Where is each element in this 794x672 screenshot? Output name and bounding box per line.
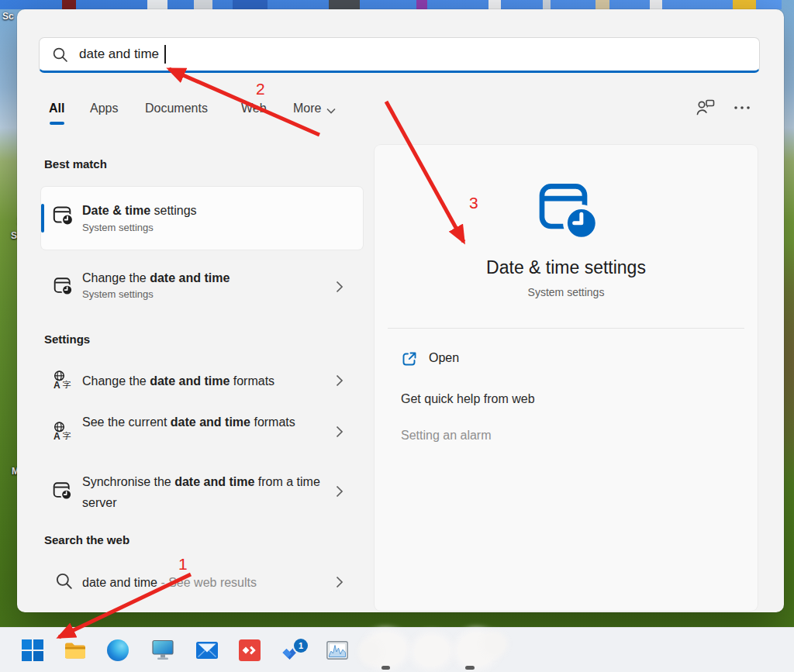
active-tab-underline <box>50 122 64 125</box>
result-title: Date & time settings <box>82 200 197 221</box>
language-formats-icon: A 字 <box>53 421 73 441</box>
chevron-right-icon <box>336 485 343 498</box>
result-title: Synchronise the date and time from a tim… <box>82 471 330 513</box>
web-query: date and time <box>82 576 157 589</box>
result-title-pre: Change the <box>82 271 150 284</box>
section-header-search-web: Search the web <box>44 533 129 546</box>
result-title-bold: Date & time <box>82 204 150 217</box>
taskbar: 1 <box>0 627 794 672</box>
section-header-best-match: Best match <box>44 157 107 171</box>
notification-badge: 1 <box>294 639 308 653</box>
desktop-icon-label: Sc <box>2 11 14 22</box>
chevron-right-icon <box>336 374 343 387</box>
annotation-number-3: 3 <box>469 194 478 212</box>
running-indicator <box>465 666 475 670</box>
svg-text:字: 字 <box>63 380 71 389</box>
search-icon <box>55 572 73 590</box>
date-time-settings-icon-large <box>538 180 600 242</box>
quick-help-link[interactable]: Get quick help from web <box>401 392 535 406</box>
open-external-icon <box>401 350 418 367</box>
result-title: Change the date and time formats <box>82 370 274 391</box>
section-header-settings: Settings <box>44 333 90 346</box>
search-icon <box>52 47 68 63</box>
result-title-rest: formats <box>230 374 274 388</box>
remote-desktop-app-icon[interactable] <box>239 639 261 661</box>
result-title-pre: Change the <box>82 374 150 388</box>
web-note: - See web results <box>161 576 257 589</box>
result-title-bold: date and time <box>174 475 254 488</box>
tab-documents[interactable]: Documents <box>145 102 208 115</box>
selection-accent-bar <box>41 204 44 233</box>
result-title-rest: settings <box>150 204 197 217</box>
suggestion-setting-alarm[interactable]: Setting an alarm <box>401 429 492 443</box>
tab-apps[interactable]: Apps <box>90 102 118 115</box>
result-title-rest: formats <box>250 415 295 429</box>
result-title-bold: date and time <box>150 271 230 284</box>
result-title: Change the date and time <box>82 267 230 288</box>
chevron-right-icon <box>336 281 343 293</box>
result-subtitle: System settings <box>82 222 154 233</box>
svg-text:字: 字 <box>63 431 71 440</box>
svg-text:A: A <box>54 431 60 441</box>
running-indicator <box>381 666 390 670</box>
mail-app-icon[interactable] <box>196 639 218 661</box>
performance-monitor-icon[interactable] <box>326 641 348 660</box>
chevron-right-icon <box>336 426 343 438</box>
annotation-number-1: 1 <box>178 555 188 574</box>
svg-text:A: A <box>54 380 60 390</box>
result-title: date and time - See web results <box>82 572 257 593</box>
annotation-number-2: 2 <box>256 80 265 98</box>
date-time-settings-icon <box>54 276 74 296</box>
edge-browser-icon[interactable] <box>107 639 129 661</box>
result-title-pre: Synchronise the <box>82 475 174 488</box>
divider <box>388 328 744 329</box>
date-time-settings-icon <box>53 205 74 226</box>
file-explorer-icon[interactable] <box>64 639 86 661</box>
display-settings-icon[interactable] <box>152 639 174 661</box>
desktop: Sc 18 Sl W E M E date and time All Apps … <box>0 0 794 672</box>
result-title-pre: See the current <box>82 415 171 429</box>
result-title: See the current date and time formats <box>82 412 319 432</box>
taskbar-ghost-icon <box>485 634 505 654</box>
feedback-account-icon[interactable] <box>695 98 716 118</box>
chevron-right-icon <box>336 576 343 588</box>
background-windows-strip <box>0 0 782 9</box>
taskbar-ghost-icon[interactable] <box>414 636 450 667</box>
language-formats-icon: A 字 <box>53 370 73 390</box>
start-button-icon[interactable] <box>22 639 43 661</box>
result-subtitle: System settings <box>82 288 154 300</box>
date-time-settings-icon <box>53 481 73 501</box>
tab-all[interactable]: All <box>49 102 64 115</box>
open-label: Open <box>429 351 459 365</box>
search-query-text: date and time <box>79 47 159 62</box>
result-title-bold: date and time <box>171 415 250 429</box>
result-title-bold: date and time <box>150 374 230 388</box>
text-cursor <box>164 45 166 64</box>
preview-title: Date & time settings <box>375 257 758 278</box>
tab-more[interactable]: More <box>293 102 321 115</box>
search-input[interactable]: date and time <box>39 37 760 73</box>
taskbar-ghost-icon <box>361 642 378 662</box>
preview-subtitle: System settings <box>375 286 758 298</box>
ellipsis-icon[interactable] <box>734 105 751 111</box>
tab-web[interactable]: Web <box>241 102 267 115</box>
